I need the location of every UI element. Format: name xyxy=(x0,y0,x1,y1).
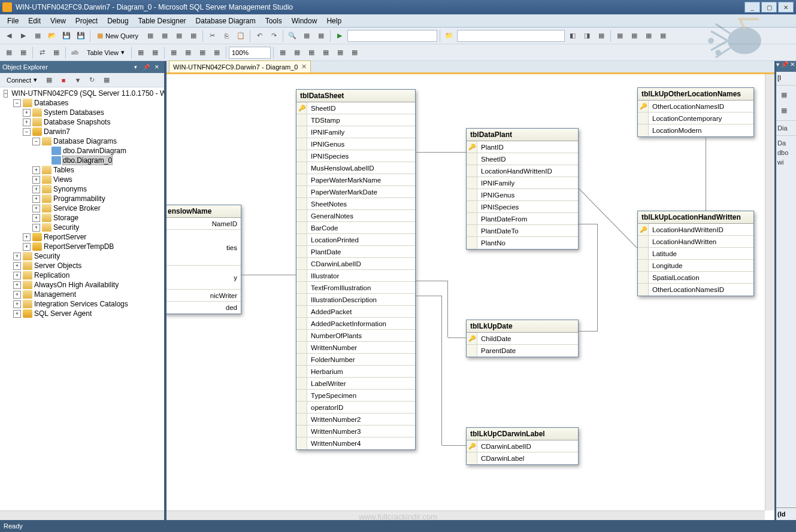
expand-icon[interactable]: + xyxy=(13,300,21,308)
minimize-button[interactable]: _ xyxy=(744,2,760,13)
tree-diag1[interactable]: dbo.DarwinDiagram xyxy=(63,147,126,155)
expand-icon[interactable]: + xyxy=(32,214,40,222)
column-name[interactable]: NameID xyxy=(167,220,241,227)
tool-icon-e2[interactable]: ▦ xyxy=(290,46,304,59)
expand-icon[interactable]: + xyxy=(32,195,40,203)
expand-icon[interactable]: + xyxy=(23,109,31,117)
toolbar-icon-6[interactable]: ▦ xyxy=(314,29,328,42)
table-tblLkUpLocationHandWritten[interactable]: tblLkUpLocationHandWritten🔑LocationHandW… xyxy=(637,211,754,296)
tree-isc[interactable]: Integration Services Catalogs xyxy=(34,300,128,308)
tree-mgmt[interactable]: Management xyxy=(34,290,76,299)
tree-sysdb[interactable]: System Databases xyxy=(44,108,104,117)
column-name[interactable]: PaperWaterMarkName xyxy=(307,177,415,184)
expand-icon[interactable]: + xyxy=(23,233,31,241)
table-tblLkUpCDarwinLabel[interactable]: tblLkUpCDarwinLabel🔑CDarwinLabelIDCDarwi… xyxy=(466,427,579,465)
table-henslowName[interactable]: enslowNameNameIDtiesynicWriterded xyxy=(167,205,241,314)
column-name[interactable]: PlantDate xyxy=(307,248,415,256)
undo-icon[interactable]: ↶ xyxy=(253,29,266,42)
table-header[interactable]: tblLkUpOtherLocationNames xyxy=(638,88,753,101)
column-name[interactable]: ded xyxy=(167,304,241,311)
column-name[interactable]: PlantDateTo xyxy=(477,227,578,235)
refresh-icon[interactable]: ↻ xyxy=(86,74,99,87)
column-name[interactable]: NumberOfPlants xyxy=(307,332,415,339)
combo-2[interactable] xyxy=(457,30,565,42)
tool-icon-e6[interactable]: ▦ xyxy=(348,46,361,59)
tree-syn[interactable]: Synonyms xyxy=(53,185,87,193)
menu-debug[interactable]: Debug xyxy=(102,16,133,26)
tool-icon-d1[interactable]: ▦ xyxy=(167,46,180,59)
expand-icon[interactable]: − xyxy=(4,90,8,98)
column-name[interactable]: SheetID xyxy=(307,105,415,112)
connect-button[interactable]: Connect ▾ xyxy=(2,74,41,87)
database-combo[interactable] xyxy=(347,30,437,42)
column-name[interactable]: MusHenslowLabelID xyxy=(307,165,415,172)
expand-icon[interactable]: + xyxy=(13,253,21,260)
toolbar-icon-1[interactable]: ▦ xyxy=(144,29,157,42)
column-name[interactable]: TypeSpecimen xyxy=(307,392,415,399)
expand-icon[interactable]: + xyxy=(23,118,31,126)
table-header[interactable]: tblLkUpCDarwinLabel xyxy=(467,428,578,440)
tool-icon-e1[interactable]: ▦ xyxy=(276,46,289,59)
column-name[interactable]: IPNIGenus xyxy=(477,191,578,199)
column-name[interactable]: ParentDate xyxy=(477,347,578,354)
column-name[interactable]: WrittenNumber3 xyxy=(307,428,415,435)
column-name[interactable]: GeneralNotes xyxy=(307,212,415,220)
table-header[interactable]: tblDataSheet xyxy=(296,90,415,102)
new-query-button[interactable]: ▦New Query xyxy=(93,29,143,42)
forward-icon[interactable]: ▶ xyxy=(17,29,30,42)
menu-table-designer[interactable]: Table Designer xyxy=(134,16,191,26)
tree-sobj[interactable]: Server Objects xyxy=(34,262,81,270)
column-name[interactable]: Latitude xyxy=(649,250,753,257)
menu-window[interactable]: Window xyxy=(287,16,322,26)
menu-view[interactable]: View xyxy=(46,16,71,26)
tool-icon-c2[interactable]: ▦ xyxy=(149,46,162,59)
column-name[interactable]: ties xyxy=(167,244,241,251)
column-name[interactable]: IPNIGenus xyxy=(307,141,415,148)
toolbar-icon-11[interactable]: ▦ xyxy=(628,29,641,42)
column-name[interactable]: SpatialLocation xyxy=(649,274,753,281)
expand-icon[interactable]: + xyxy=(13,281,21,289)
expand-icon[interactable]: − xyxy=(23,128,31,136)
column-name[interactable]: IPNIFamily xyxy=(307,129,415,136)
save-icon[interactable]: 💾 xyxy=(60,29,73,42)
table-tblLkUpDate[interactable]: tblLkUpDate🔑ChildDateParentDate xyxy=(466,320,579,357)
close-button[interactable]: ✕ xyxy=(778,2,794,13)
tree-darwin7[interactable]: Darwin7 xyxy=(44,127,70,136)
right-panel-header[interactable]: ▾ 📌 ✕ xyxy=(776,61,796,72)
tree-agent[interactable]: SQL Server Agent xyxy=(34,309,92,318)
menu-file[interactable]: File xyxy=(2,16,23,26)
tree-storage[interactable]: Storage xyxy=(53,214,78,222)
column-name[interactable]: operatorID xyxy=(307,404,415,411)
tree-prog[interactable]: Programmability xyxy=(53,194,105,203)
column-name[interactable]: SheetNotes xyxy=(307,200,415,208)
tree-rstmp[interactable]: ReportServerTempDB xyxy=(44,242,114,251)
oe-scrollbar[interactable] xyxy=(0,510,164,520)
toolbar-icon-7[interactable]: ◧ xyxy=(566,29,579,42)
column-name[interactable]: IllustrationDescription xyxy=(307,296,415,303)
table-view-dropdown[interactable]: Table View ▾ xyxy=(83,46,129,59)
toolbar-icon-13[interactable]: ▦ xyxy=(656,29,670,42)
column-name[interactable]: LocationHandWritten xyxy=(649,238,753,245)
zoom-combo[interactable]: 100% xyxy=(229,47,271,59)
expand-icon[interactable]: + xyxy=(13,262,21,270)
column-name[interactable]: SheetID xyxy=(477,156,578,163)
vertical-scrollbar[interactable] xyxy=(765,74,774,510)
column-name[interactable]: IPNISpecies xyxy=(307,153,415,160)
tree-databases[interactable]: Databases xyxy=(34,99,68,107)
expand-icon[interactable]: + xyxy=(32,205,40,212)
column-name[interactable]: OtherLocationNamesID xyxy=(649,286,753,293)
horizontal-scrollbar[interactable] xyxy=(167,510,765,520)
tree-diag2[interactable]: dbo.Diagram_0 xyxy=(63,156,112,165)
expand-icon[interactable]: + xyxy=(32,186,40,193)
stop-icon[interactable]: ■ xyxy=(57,74,70,87)
menu-database-diagram[interactable]: Database Diagram xyxy=(191,16,261,26)
tree-server[interactable]: WIN-UTNFN042FC9 (SQL Server 11.0.1750 - … xyxy=(11,89,164,98)
save-all-icon[interactable]: 💾 xyxy=(74,29,87,42)
column-name[interactable]: WrittenNumber2 xyxy=(307,416,415,423)
column-name[interactable]: FolderNumber xyxy=(307,356,415,363)
table-header[interactable]: tblDataPlant xyxy=(467,129,578,141)
menu-help[interactable]: Help xyxy=(322,16,346,26)
column-name[interactable]: IPNISpecies xyxy=(477,203,578,211)
column-name[interactable]: CDarwinLabelID xyxy=(477,443,578,450)
table-tblDataPlant[interactable]: tblDataPlant🔑PlantIDSheetIDLocationHandW… xyxy=(466,128,579,250)
